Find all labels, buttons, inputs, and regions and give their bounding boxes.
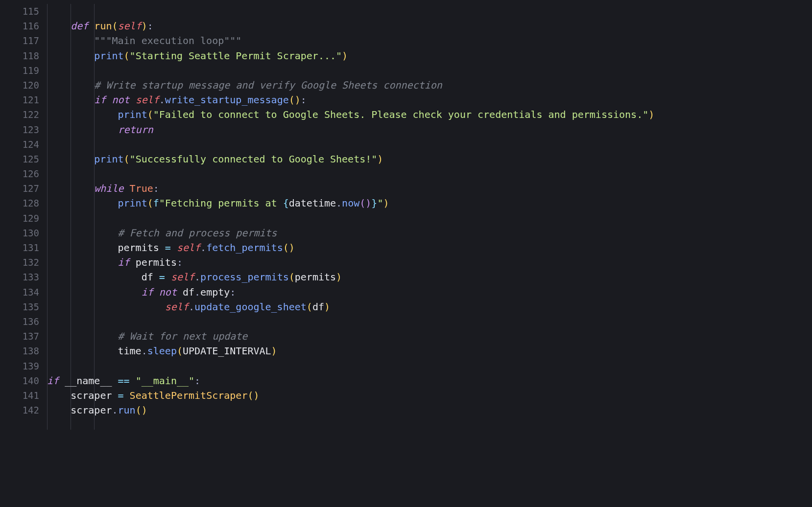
code-token [106,94,112,106]
code-line[interactable]: if not self.write_startup_message(): [45,92,812,107]
code-line[interactable] [45,314,812,329]
code-token: df [312,301,324,313]
code-token: ( [289,271,295,283]
code-line[interactable]: return [45,122,812,137]
code-token: ) [383,197,389,209]
code-token: now [342,197,359,209]
code-line[interactable]: df = self.process_permits(permits) [45,270,812,284]
code-token: self [171,271,194,283]
code-token: ) [142,20,147,32]
code-line[interactable]: # Wait for next update [45,329,812,344]
code-line[interactable]: """Main execution loop""" [45,33,812,48]
code-token: } [371,197,377,209]
code-line[interactable] [45,211,812,226]
code-token: datetime [289,197,336,209]
code-token [47,330,118,342]
code-token: ) [336,271,342,283]
code-token [47,345,118,357]
line-number: 140 [0,373,39,388]
code-token: self [118,20,142,32]
code-line[interactable]: print(f"Fetching permits at {datetime.no… [45,196,812,210]
code-token [88,20,94,32]
line-number: 142 [0,403,39,417]
code-token [47,79,94,91]
code-token: ( [177,345,183,357]
code-line[interactable] [45,4,812,19]
code-token: "Failed to connect to Google Sheets. Ple… [153,109,648,120]
code-line[interactable]: # Write startup message and verify Googl… [45,78,812,92]
code-line[interactable]: if not df.empty: [45,285,812,300]
line-number: 120 [0,78,39,92]
code-token: __name__ [65,375,112,387]
line-number: 141 [0,388,39,403]
code-token: ( [307,301,312,313]
code-token [47,109,118,120]
line-number: 135 [0,300,39,314]
code-token: ) [648,109,654,120]
code-line[interactable]: print("Starting Seattle Permit Scraper..… [45,48,812,63]
code-token: ( [247,390,253,401]
line-number: 119 [0,63,39,78]
code-token: UPDATE_INTERVAL [183,345,271,357]
code-token: = [165,242,171,254]
code-editor[interactable]: 1151161171181191201211221231241251261271… [0,0,812,507]
code-line[interactable]: self.update_google_sheet(df) [45,300,812,314]
code-token: print [94,50,123,62]
line-number: 129 [0,211,39,226]
code-content-area[interactable]: def run(self): """Main execution loop"""… [45,0,812,507]
line-number: 116 [0,19,39,33]
code-line[interactable] [45,359,812,373]
code-token [159,242,165,254]
code-line[interactable]: scraper.run() [45,403,812,417]
code-line[interactable] [45,166,812,181]
code-token: # Wait for next update [118,330,248,342]
code-token: : [147,20,153,32]
code-token [47,256,118,268]
code-token: . [189,301,194,313]
line-number: 132 [0,255,39,270]
code-token: scraper [71,390,112,401]
code-line[interactable]: def run(self): [45,19,812,33]
code-token: self [165,301,189,313]
code-token: ( [124,153,130,165]
code-line[interactable]: while True: [45,181,812,196]
code-line[interactable]: if permits: [45,255,812,270]
code-token: ) [253,390,259,401]
code-line[interactable]: # Fetch and process permits [45,226,812,240]
code-token: permits [118,242,159,254]
code-token: df [183,286,194,298]
code-token: ( [147,109,153,120]
code-token: ) [295,94,301,106]
code-token: ( [124,50,130,62]
code-token: self [136,94,159,106]
code-line[interactable]: print("Successfully connected to Google … [45,152,812,166]
code-token [165,271,171,283]
code-token [59,375,65,387]
code-line[interactable]: time.sleep(UPDATE_INTERVAL) [45,344,812,358]
code-token: # Write startup message and verify Googl… [94,79,442,91]
code-token: run [94,20,112,32]
code-line[interactable]: if __name__ == "__main__": [45,373,812,388]
code-line[interactable]: permits = self.fetch_permits() [45,240,812,255]
code-token: permits [136,256,177,268]
code-token [47,183,94,194]
code-line[interactable] [45,63,812,78]
code-token [47,197,118,209]
code-token: ( [147,197,153,209]
code-token [130,256,136,268]
code-line[interactable] [45,137,812,152]
line-number: 138 [0,344,39,358]
code-token: : [177,256,183,268]
line-number: 121 [0,92,39,107]
code-token: return [118,124,153,136]
code-token: SeattlePermitScraper [130,390,248,401]
code-line[interactable]: print("Failed to connect to Google Sheet… [45,107,812,122]
code-token: = [118,390,124,401]
code-line[interactable]: scraper = SeattlePermitScraper() [45,388,812,403]
code-token [47,20,71,32]
code-token: True [130,183,153,194]
code-token: ( [359,197,365,209]
code-token: : [230,286,236,298]
code-token [153,271,159,283]
code-token: : [153,183,159,194]
